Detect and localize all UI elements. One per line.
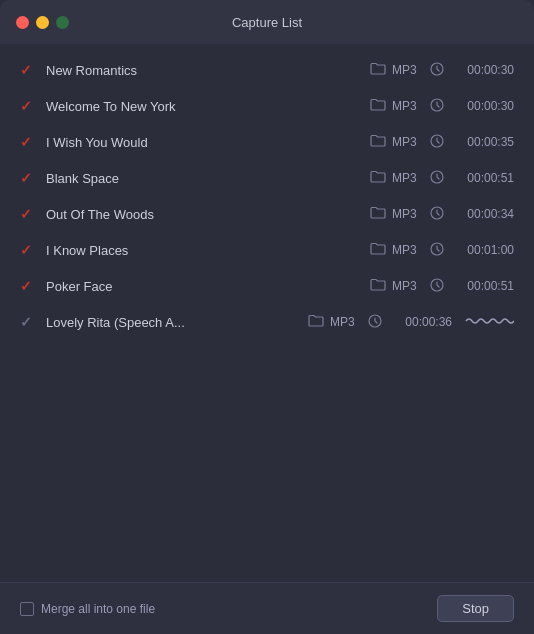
track-name: Blank Space [46, 171, 358, 186]
folder-icon [370, 170, 386, 186]
track-name: Poker Face [46, 279, 358, 294]
check-icon: ✓ [20, 242, 40, 258]
track-name: New Romantics [46, 63, 358, 78]
duration-label: 00:00:34 [450, 207, 514, 221]
title-bar: Capture List [0, 0, 534, 44]
merge-label: Merge all into one file [41, 602, 155, 616]
waveform-icon [464, 314, 514, 331]
format-label: MP3 [392, 63, 424, 77]
format-label: MP3 [392, 207, 424, 221]
track-meta: MP3 00:00:35 [370, 134, 514, 151]
window-title: Capture List [232, 15, 302, 30]
track-meta: MP3 00:00:51 [370, 170, 514, 187]
check-icon: ✓ [20, 98, 40, 114]
clock-icon [430, 170, 444, 187]
check-icon: ✓ [20, 278, 40, 294]
folder-icon [370, 206, 386, 222]
track-list: ✓New Romantics MP3 00:00:30✓Welcome To N… [0, 44, 534, 582]
track-name: I Know Places [46, 243, 358, 258]
folder-icon [370, 242, 386, 258]
duration-label: 00:00:30 [450, 99, 514, 113]
table-row[interactable]: ✓Welcome To New York MP3 00:00:30 [0, 88, 534, 124]
duration-label: 00:01:00 [450, 243, 514, 257]
table-row[interactable]: ✓I Wish You Would MP3 00:00:35 [0, 124, 534, 160]
duration-label: 00:00:36 [388, 315, 452, 329]
track-meta: MP3 00:01:00 [370, 242, 514, 259]
track-meta: MP3 00:00:36 [308, 314, 514, 331]
stop-button[interactable]: Stop [437, 595, 514, 622]
clock-icon [430, 242, 444, 259]
merge-option: Merge all into one file [20, 602, 155, 616]
clock-icon [430, 62, 444, 79]
duration-label: 00:00:30 [450, 63, 514, 77]
footer: Merge all into one file Stop [0, 582, 534, 634]
track-meta: MP3 00:00:30 [370, 98, 514, 115]
check-icon: ✓ [20, 62, 40, 78]
format-label: MP3 [392, 243, 424, 257]
folder-icon [370, 62, 386, 78]
clock-icon [430, 206, 444, 223]
traffic-lights [16, 16, 69, 29]
table-row[interactable]: ✓I Know Places MP3 00:01:00 [0, 232, 534, 268]
table-row[interactable]: ✓Lovely Rita (Speech A... MP3 00:00:36 [0, 304, 534, 340]
track-name: Out Of The Woods [46, 207, 358, 222]
table-row[interactable]: ✓Poker Face MP3 00:00:51 [0, 268, 534, 304]
clock-icon [430, 98, 444, 115]
track-name: Welcome To New York [46, 99, 358, 114]
folder-icon [370, 134, 386, 150]
format-label: MP3 [392, 279, 424, 293]
check-icon: ✓ [20, 314, 40, 330]
track-meta: MP3 00:00:30 [370, 62, 514, 79]
merge-checkbox[interactable] [20, 602, 34, 616]
table-row[interactable]: ✓New Romantics MP3 00:00:30 [0, 52, 534, 88]
close-button[interactable] [16, 16, 29, 29]
folder-icon [370, 278, 386, 294]
clock-icon [430, 278, 444, 295]
check-icon: ✓ [20, 134, 40, 150]
table-row[interactable]: ✓Blank Space MP3 00:00:51 [0, 160, 534, 196]
maximize-button[interactable] [56, 16, 69, 29]
duration-label: 00:00:51 [450, 171, 514, 185]
format-label: MP3 [392, 171, 424, 185]
track-name: I Wish You Would [46, 135, 358, 150]
clock-icon [368, 314, 382, 331]
duration-label: 00:00:51 [450, 279, 514, 293]
table-row[interactable]: ✓Out Of The Woods MP3 00:00:34 [0, 196, 534, 232]
folder-icon [308, 314, 324, 330]
check-icon: ✓ [20, 170, 40, 186]
duration-label: 00:00:35 [450, 135, 514, 149]
format-label: MP3 [392, 99, 424, 113]
format-label: MP3 [330, 315, 362, 329]
minimize-button[interactable] [36, 16, 49, 29]
track-name: Lovely Rita (Speech A... [46, 315, 296, 330]
folder-icon [370, 98, 386, 114]
check-icon: ✓ [20, 206, 40, 222]
clock-icon [430, 134, 444, 151]
track-meta: MP3 00:00:34 [370, 206, 514, 223]
format-label: MP3 [392, 135, 424, 149]
track-meta: MP3 00:00:51 [370, 278, 514, 295]
